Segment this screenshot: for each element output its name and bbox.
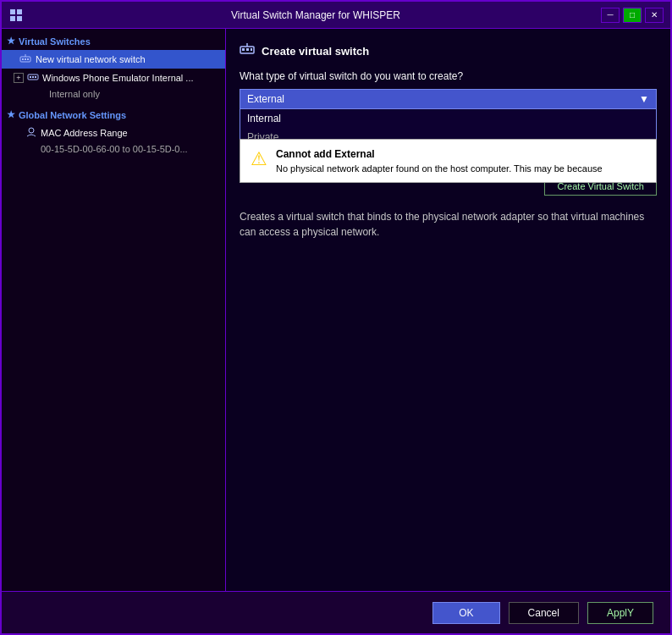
emulator-switch-icon xyxy=(27,71,39,85)
network-switch-icon xyxy=(19,52,32,66)
main-window: Virtual Switch Manager for WHISPER ─ □ ✕… xyxy=(0,0,672,635)
warning-title: Cannot add External xyxy=(276,148,646,160)
warning-popup: ⚠ Cannot add External No physical networ… xyxy=(240,139,657,183)
svg-rect-0 xyxy=(10,9,15,14)
right-panel: Create virtual switch What type of virtu… xyxy=(226,29,670,591)
cancel-button[interactable]: Cancel xyxy=(509,602,579,624)
windows-phone-emulator-item[interactable]: + Windows Phone Emulator Internal ... xyxy=(2,69,225,87)
svg-rect-10 xyxy=(30,76,31,78)
svg-rect-12 xyxy=(35,76,36,78)
svg-rect-17 xyxy=(251,48,252,51)
global-network-label: Global Network Settings xyxy=(19,110,126,120)
content-area: ★ Virtual Switches New virtual network s… xyxy=(2,29,670,591)
mac-icon xyxy=(25,126,37,140)
left-panel: ★ Virtual Switches New virtual network s… xyxy=(2,29,226,591)
window-controls: ─ □ ✕ xyxy=(601,8,664,23)
svg-rect-6 xyxy=(25,58,26,60)
svg-rect-3 xyxy=(17,16,22,21)
panel-title-row: Create virtual switch xyxy=(240,42,657,60)
virtual-switches-label: Virtual Switches xyxy=(19,36,91,47)
warning-body: No physical network adapter found on the… xyxy=(276,163,646,174)
global-network-settings-header: ★ Global Network Settings xyxy=(2,106,225,124)
new-virtual-network-switch-item[interactable]: New virtual network switch xyxy=(2,50,225,69)
close-button[interactable]: ✕ xyxy=(645,8,664,23)
new-switch-label: New virtual network switch xyxy=(36,54,146,64)
svg-rect-7 xyxy=(27,58,29,60)
dropdown-selected-item[interactable]: External ▼ xyxy=(240,89,657,109)
warning-content: Cannot add External No physical network … xyxy=(276,148,646,174)
svg-point-13 xyxy=(29,128,34,133)
warning-triangle-icon: ⚠ xyxy=(251,148,267,170)
maximize-button[interactable]: □ xyxy=(623,8,642,23)
emulator-label: Windows Phone Emulator Internal ... xyxy=(42,73,194,83)
star-icon: ★ xyxy=(7,36,15,47)
svg-rect-5 xyxy=(22,58,24,60)
ok-button[interactable]: OK xyxy=(432,602,499,624)
window-title: Virtual Switch Manager for WHISPER xyxy=(30,9,601,21)
bottom-bar: OK Cancel ApplY xyxy=(2,591,670,633)
question-text: What type of virtual switch do you want … xyxy=(240,70,657,82)
app-icon xyxy=(8,8,24,23)
mac-address-range-item[interactable]: MAC Address Range xyxy=(2,124,225,142)
internal-only-label: Internal only xyxy=(2,87,225,101)
minimize-button[interactable]: ─ xyxy=(601,8,620,23)
svg-rect-16 xyxy=(246,48,249,51)
expand-icon[interactable]: + xyxy=(14,73,24,83)
apply-button[interactable]: ApplY xyxy=(587,602,653,624)
dropdown-option-internal[interactable]: Internal xyxy=(240,109,656,128)
mac-address-label: MAC Address Range xyxy=(41,128,128,138)
star-icon-2: ★ xyxy=(7,109,15,120)
description-text: Creates a virtual switch that binds to t… xyxy=(240,209,657,240)
svg-rect-15 xyxy=(242,48,245,51)
panel-title-text: Create virtual switch xyxy=(262,45,369,58)
svg-rect-11 xyxy=(32,76,34,78)
titlebar: Virtual Switch Manager for WHISPER ─ □ ✕ xyxy=(2,2,670,29)
svg-rect-2 xyxy=(10,16,15,21)
create-switch-icon xyxy=(240,42,255,60)
dropdown-selected-text: External xyxy=(247,93,284,105)
svg-rect-1 xyxy=(17,9,22,14)
chevron-down-icon: ▼ xyxy=(639,93,649,105)
mac-address-value: 00-15-5D-00-66-00 to 00-15-5D-0... xyxy=(2,142,225,156)
virtual-switches-section-header: ★ Virtual Switches xyxy=(2,32,225,50)
switch-type-dropdown[interactable]: External ▼ Internal Private xyxy=(240,89,657,109)
